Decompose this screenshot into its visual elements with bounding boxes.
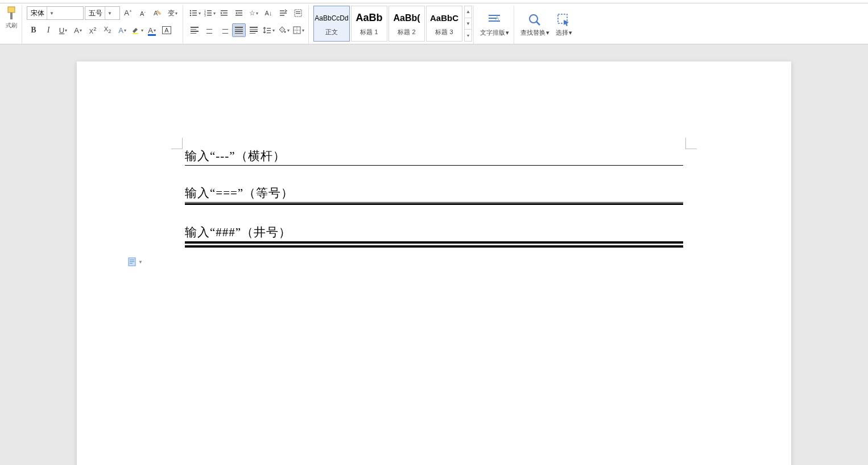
increase-indent-button[interactable]	[232, 6, 246, 20]
align-center-button[interactable]	[202, 23, 216, 37]
superscript-button[interactable]: X2	[86, 23, 100, 37]
style-gallery: AaBbCcDd 正文 AaBb 标题 1 AaBb( 标题 2 AaBbC 标…	[310, 6, 474, 44]
text-direction-button[interactable]: A↓	[262, 6, 275, 20]
svg-rect-27	[267, 32, 271, 33]
align-justify-button[interactable]	[232, 23, 246, 37]
chevron-expand-icon[interactable]: ▾	[465, 29, 472, 41]
svg-rect-21	[235, 15, 242, 16]
text-layout-icon: A	[486, 12, 502, 28]
align-left-button[interactable]	[188, 23, 201, 37]
paragraph[interactable]: 输入“---”（横杆）	[185, 148, 683, 164]
chevron-down-icon: ▾	[506, 29, 509, 36]
select-label: 选择	[556, 28, 568, 37]
chevron-down-icon[interactable]: ▼	[138, 260, 143, 265]
paragraph-options-float[interactable]: ▼	[127, 256, 143, 268]
svg-text:A: A	[495, 15, 499, 21]
svg-rect-9	[192, 15, 197, 16]
font-name-value: 宋体	[31, 9, 44, 18]
document-area[interactable]: 输入“---”（横杆） 输入“===”（等号） 输入“###”（井号） ▼	[0, 44, 868, 465]
style-preview: AaBbCcDd	[314, 10, 349, 27]
svg-line-37	[536, 22, 540, 25]
highlight-button[interactable]: ▾	[130, 23, 144, 37]
subscript-button[interactable]: X2	[101, 23, 114, 37]
svg-rect-17	[223, 13, 228, 14]
underline-button[interactable]: U▾	[56, 23, 70, 37]
svg-rect-5	[192, 10, 197, 11]
numbering-button[interactable]: 123▾	[202, 6, 216, 20]
svg-text:3: 3	[204, 14, 206, 17]
style-preview: AaBb	[352, 10, 387, 27]
chevron-up-icon[interactable]: ▲	[465, 6, 472, 18]
style-label: 正文	[325, 27, 338, 38]
bold-button[interactable]: B	[27, 23, 40, 37]
style-label: 标题 2	[398, 27, 415, 38]
svg-rect-20	[238, 13, 242, 14]
format-painter-button[interactable]: 式刷	[5, 6, 18, 32]
align-right-button[interactable]	[217, 23, 231, 37]
style-heading1[interactable]: AaBb 标题 1	[351, 6, 387, 42]
svg-point-6	[189, 13, 191, 14]
font-name-combo[interactable]: 宋体 ▼	[27, 6, 84, 20]
asian-layout-button[interactable]: ☆▾	[247, 6, 261, 20]
paragraph-options-icon[interactable]	[127, 256, 137, 268]
svg-point-28	[284, 31, 286, 33]
svg-rect-3	[133, 33, 138, 34]
italic-button[interactable]: I	[42, 23, 55, 37]
paragraph-group: ▾ 123▾ ☆▾ A↓ ▾ ▾ ▾	[184, 6, 309, 44]
find-replace-label: 查找替换	[520, 28, 545, 37]
find-replace-button[interactable]: 查找替换▾	[519, 6, 551, 43]
chevron-down-icon: ▼	[47, 7, 54, 19]
horizontal-rule-triple	[185, 241, 683, 248]
select-icon	[556, 12, 572, 28]
style-normal[interactable]: AaBbCcDd 正文	[313, 6, 350, 42]
clear-format-button[interactable]: A	[151, 6, 164, 20]
bullets-button[interactable]: ▾	[188, 6, 201, 20]
paragraph[interactable]: 输入“###”（井号）	[185, 224, 683, 240]
format-painter-label: 式刷	[6, 22, 17, 30]
font-color-button[interactable]: A▾	[145, 23, 159, 37]
svg-rect-1	[10, 13, 13, 19]
svg-rect-24	[296, 13, 300, 14]
text-layout-label: 文字排版	[480, 28, 505, 37]
char-border-button[interactable]: A	[160, 23, 173, 37]
style-preview: AaBb(	[389, 10, 424, 27]
svg-rect-16	[221, 10, 228, 11]
style-gallery-more[interactable]: ▲ ▼ ▾	[464, 6, 472, 42]
strikethrough-button[interactable]: A▾	[71, 23, 85, 37]
svg-rect-40	[130, 260, 134, 260]
line-spacing-button[interactable]: ▾	[262, 23, 275, 37]
svg-rect-18	[221, 15, 228, 16]
chevron-down-icon[interactable]: ▼	[465, 18, 472, 30]
search-icon	[527, 12, 543, 28]
phonetic-guide-button[interactable]: 变▾	[166, 6, 179, 20]
page[interactable]: 输入“---”（横杆） 输入“===”（等号） 输入“###”（井号） ▼	[77, 61, 791, 465]
text-layout-button[interactable]: A 文字排版▾	[478, 6, 510, 43]
ltr-button[interactable]	[276, 6, 290, 20]
svg-rect-11	[207, 10, 212, 11]
text-effects-button[interactable]: A▾	[115, 23, 129, 37]
style-preview: AaBbC	[427, 10, 462, 27]
font-size-combo[interactable]: 五号 ▼	[85, 6, 120, 20]
rtl-button[interactable]	[291, 6, 305, 20]
svg-rect-26	[267, 30, 271, 31]
borders-button[interactable]: ▾	[291, 23, 305, 37]
chevron-down-icon: ▾	[546, 29, 549, 36]
decrease-indent-button[interactable]	[217, 6, 231, 20]
align-distribute-button[interactable]	[247, 23, 261, 37]
style-heading2[interactable]: AaBb( 标题 2	[388, 6, 425, 42]
margin-corner	[171, 138, 183, 149]
shading-button[interactable]: ▾	[276, 23, 290, 37]
select-button[interactable]: 选择▾	[551, 6, 577, 43]
svg-rect-19	[235, 10, 242, 11]
svg-rect-23	[296, 11, 300, 12]
chevron-down-icon: ▼	[105, 7, 112, 19]
shrink-font-button[interactable]: A-	[136, 6, 150, 20]
svg-rect-25	[267, 28, 271, 28]
style-label: 标题 1	[360, 27, 378, 38]
style-heading3[interactable]: AaBbC 标题 3	[426, 6, 462, 42]
document-content[interactable]: 输入“---”（横杆） 输入“===”（等号） 输入“###”（井号）	[185, 148, 683, 248]
paragraph[interactable]: 输入“===”（等号）	[185, 185, 683, 201]
svg-rect-42	[130, 263, 133, 264]
svg-rect-7	[192, 13, 197, 14]
grow-font-button[interactable]: A+	[121, 6, 135, 20]
